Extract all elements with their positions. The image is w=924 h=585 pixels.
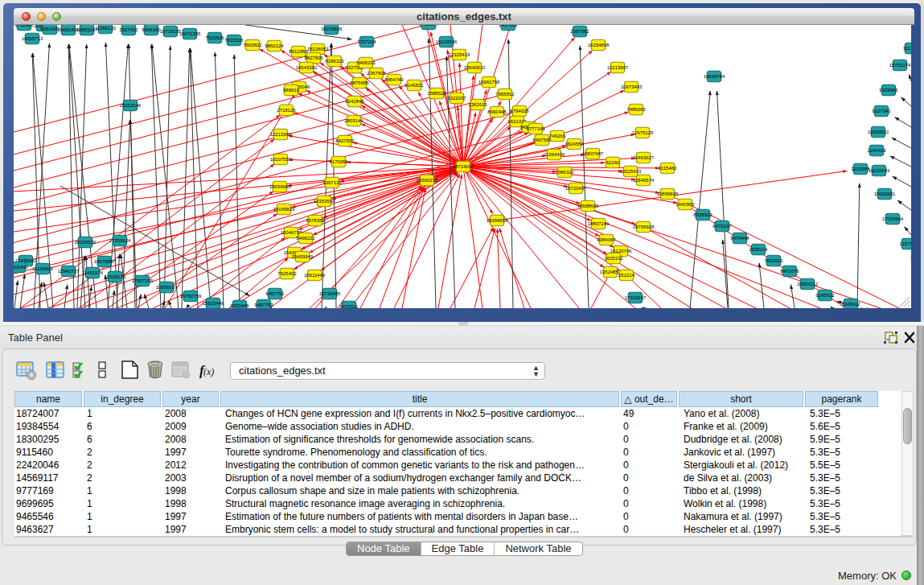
svg-text:6794028: 6794028 (510, 109, 529, 113)
svg-text:16671355: 16671355 (179, 31, 201, 36)
svg-text:7357224: 7357224 (357, 39, 376, 44)
svg-text:8471676: 8471676 (780, 269, 799, 274)
svg-text:15226053: 15226053 (307, 47, 329, 51)
svg-text:8938923: 8938923 (693, 212, 713, 217)
svg-text:1112480: 1112480 (903, 46, 911, 51)
svg-text:15923446: 15923446 (203, 301, 224, 306)
svg-text:14055713: 14055713 (22, 36, 43, 41)
svg-text:9242848: 9242848 (345, 99, 364, 104)
svg-text:1640950: 1640950 (676, 202, 695, 207)
svg-text:10107553: 10107553 (270, 157, 292, 162)
svg-text:9146821: 9146821 (405, 83, 424, 88)
svg-text:8454749: 8454749 (384, 77, 404, 82)
svg-text:5322037: 5322037 (447, 96, 466, 101)
svg-text:1712480: 1712480 (14, 25, 34, 27)
svg-text:11156829: 11156829 (32, 266, 53, 271)
svg-text:15751074: 15751074 (889, 63, 911, 68)
svg-text:11366120: 11366120 (95, 26, 117, 31)
svg-text:11451974: 11451974 (82, 270, 104, 275)
svg-text:9115460: 9115460 (659, 166, 678, 171)
svg-text:16033809: 16033809 (321, 27, 343, 31)
svg-text:10807487: 10807487 (582, 151, 604, 156)
svg-text:3875685: 3875685 (350, 80, 369, 85)
svg-text:10958107: 10958107 (156, 285, 178, 290)
svg-text:7663822: 7663822 (243, 43, 262, 47)
svg-text:252214: 252214 (618, 273, 635, 278)
svg-text:9457793: 9457793 (254, 303, 273, 307)
svg-text:2803144: 2803144 (344, 118, 363, 123)
svg-text:1527602: 1527602 (119, 27, 138, 32)
svg-text:1362615: 1362615 (468, 102, 487, 107)
svg-text:7485063: 7485063 (626, 107, 646, 112)
svg-text:21364436: 21364436 (544, 152, 565, 157)
svg-text:9227342: 9227342 (872, 109, 891, 113)
svg-text:12942737: 12942737 (58, 269, 80, 274)
svg-text:746266: 746266 (549, 134, 566, 138)
svg-text:10025433: 10025433 (620, 169, 642, 174)
svg-text:12849574: 12849574 (633, 178, 655, 183)
svg-text:2367608: 2367608 (367, 71, 386, 76)
svg-text:7625402: 7625402 (277, 271, 297, 276)
svg-text:1167530: 1167530 (900, 241, 911, 246)
svg-text:15409949: 15409949 (292, 254, 314, 259)
svg-text:9084067: 9084067 (597, 237, 616, 242)
svg-text:8245612: 8245612 (841, 302, 860, 307)
svg-text:3267130: 3267130 (322, 180, 342, 185)
svg-text:1615132: 1615132 (604, 256, 623, 261)
svg-text:2935114: 2935114 (749, 247, 769, 252)
svg-text:2718126: 2718126 (277, 108, 296, 113)
svg-text:10463627: 10463627 (633, 155, 655, 160)
svg-text:9827505: 9827505 (304, 56, 323, 60)
svg-text:12325419: 12325419 (449, 52, 470, 57)
svg-text:12213967: 12213967 (607, 65, 629, 70)
svg-text:9933446: 9933446 (230, 303, 249, 308)
svg-text:9474444: 9474444 (730, 236, 749, 241)
svg-text:19975887: 19975887 (94, 259, 116, 264)
svg-text:7815526: 7815526 (224, 38, 244, 43)
svg-text:29053346: 29053346 (120, 103, 142, 108)
svg-text:10973493: 10973493 (621, 84, 643, 89)
svg-text:8186323: 8186323 (325, 59, 344, 64)
svg-text:(x): (x) (203, 366, 214, 377)
svg-text:16648784: 16648784 (704, 74, 725, 79)
svg-text:16154808: 16154808 (588, 43, 610, 47)
svg-text:2437882: 2437882 (499, 25, 518, 27)
svg-text:16543382: 16543382 (296, 65, 318, 70)
svg-text:9860124: 9860124 (265, 43, 284, 48)
svg-text:4170060: 4170060 (329, 159, 348, 164)
svg-text:3915400: 3915400 (14, 265, 28, 270)
svg-text:5578352: 5578352 (306, 218, 325, 223)
svg-text:8990448: 8990448 (487, 109, 507, 114)
svg-text:8912954: 8912954 (289, 49, 308, 54)
svg-text:16210643: 16210643 (869, 168, 890, 173)
svg-text:1244419: 1244419 (867, 148, 886, 153)
svg-text:16961758: 16961758 (478, 80, 500, 84)
svg-text:9472611: 9472611 (340, 304, 359, 308)
svg-text:2087682: 2087682 (570, 29, 589, 34)
svg-text:6479197: 6479197 (713, 224, 732, 229)
svg-text:17334267: 17334267 (625, 295, 647, 300)
svg-text:19166829: 19166829 (273, 207, 295, 212)
svg-text:12213369: 12213369 (270, 132, 292, 137)
svg-text:17957255: 17957255 (132, 278, 154, 283)
svg-text:8413054: 8413054 (419, 25, 438, 27)
svg-text:18724007: 18724007 (453, 164, 474, 169)
svg-text:12353594: 12353594 (314, 199, 335, 204)
svg-text:19384554: 19384554 (487, 218, 508, 223)
svg-text:7955812: 7955812 (495, 92, 515, 97)
svg-text:1588520: 1588520 (427, 91, 446, 96)
svg-text:17016504: 17016504 (882, 216, 904, 221)
svg-text:9329966: 9329966 (879, 88, 898, 93)
svg-text:19218506: 19218506 (436, 39, 458, 44)
svg-text:12975125: 12975125 (632, 130, 654, 135)
svg-text:12093822: 12093822 (868, 130, 889, 134)
svg-text:10654112: 10654112 (797, 282, 819, 286)
svg-text:10899605: 10899605 (657, 192, 679, 196)
svg-text:15640910: 15640910 (464, 65, 486, 70)
svg-text:3624554: 3624554 (565, 142, 584, 146)
svg-text:7515526: 7515526 (205, 35, 224, 40)
svg-text:9245612: 9245612 (815, 293, 835, 298)
svg-text:19654985: 19654985 (269, 184, 291, 189)
svg-text:16782759: 16782759 (180, 294, 202, 299)
svg-text:12505135: 12505135 (105, 274, 126, 279)
